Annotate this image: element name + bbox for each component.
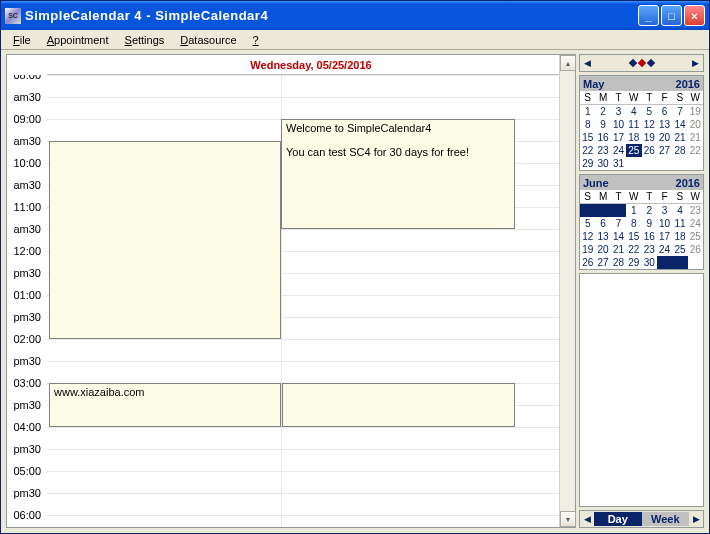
schedule-grid[interactable]: 08:00am3009:00am3010:00am3011:00am3012:0… [7, 75, 575, 527]
day-cell[interactable]: 4 [672, 204, 687, 217]
day-cell[interactable]: 25 [626, 144, 641, 157]
titlebar[interactable]: SC SimpleCalendar 4 - SimpleCalendar4 _ … [1, 1, 709, 30]
menu-settings[interactable]: Settings [117, 32, 173, 48]
day-cell[interactable]: 22 [626, 243, 641, 256]
day-cell[interactable]: 14 [611, 230, 626, 243]
day-cell [672, 256, 687, 269]
day-cell[interactable]: 31 [611, 157, 626, 170]
nav-next-icon[interactable]: ▶ [692, 58, 699, 68]
day-cell[interactable]: 26 [688, 243, 703, 256]
day-cell[interactable]: 12 [642, 118, 657, 131]
day-cell[interactable]: 18 [672, 230, 687, 243]
day-cell[interactable]: 26 [642, 144, 657, 157]
day-cell[interactable]: 2 [595, 105, 610, 118]
day-cell[interactable]: 28 [672, 144, 687, 157]
menu-appointment[interactable]: Appointment [39, 32, 117, 48]
day-cell[interactable]: 2 [642, 204, 657, 217]
view-week-button[interactable]: Week [642, 512, 690, 526]
day-cell[interactable]: 16 [595, 131, 610, 144]
day-cell[interactable]: 26 [580, 256, 595, 269]
time-label: 06:00 [7, 509, 45, 521]
day-cell[interactable]: 23 [595, 144, 610, 157]
view-prev-icon[interactable]: ◀ [580, 514, 594, 524]
day-cell[interactable]: 19 [642, 131, 657, 144]
day-cell[interactable]: 17 [611, 131, 626, 144]
day-cell[interactable]: 5 [642, 105, 657, 118]
view-next-icon[interactable]: ▶ [689, 514, 703, 524]
day-cell[interactable]: 22 [688, 144, 703, 157]
day-cell[interactable]: 27 [595, 256, 610, 269]
day-cell[interactable]: 25 [672, 243, 687, 256]
day-cell[interactable]: 9 [642, 217, 657, 230]
event-welcome[interactable]: Welcome to SimpleCalendar4You can test S… [281, 119, 515, 229]
day-cell[interactable]: 17 [657, 230, 672, 243]
day-cell[interactable]: 8 [580, 118, 595, 131]
day-cell[interactable]: 21 [672, 131, 687, 144]
close-button[interactable]: × [684, 5, 705, 26]
day-cell[interactable]: 15 [580, 131, 595, 144]
day-cell[interactable]: 19 [580, 243, 595, 256]
day-cell[interactable]: 29 [580, 157, 595, 170]
day-cell[interactable]: 29 [626, 256, 641, 269]
day-cell[interactable]: 9 [595, 118, 610, 131]
day-cell[interactable]: 7 [672, 105, 687, 118]
day-cell[interactable]: 13 [657, 118, 672, 131]
day-cell[interactable]: 28 [611, 256, 626, 269]
event-url[interactable]: www.xiazaiba.com [49, 383, 281, 427]
dow-label: W [626, 190, 641, 203]
event-blank[interactable] [49, 141, 281, 339]
day-cell[interactable]: 10 [657, 217, 672, 230]
scroll-down-button[interactable]: ▾ [560, 511, 576, 527]
day-cell[interactable]: 21 [611, 243, 626, 256]
day-cell[interactable]: 12 [580, 230, 595, 243]
day-cell[interactable]: 22 [580, 144, 595, 157]
day-cell[interactable]: 15 [626, 230, 641, 243]
day-cell[interactable]: 6 [595, 217, 610, 230]
scroll-up-button[interactable]: ▴ [560, 55, 576, 71]
view-day-button[interactable]: Day [594, 512, 642, 526]
day-cell[interactable]: 3 [657, 204, 672, 217]
menu-datasource[interactable]: Datasource [172, 32, 244, 48]
day-cell[interactable]: 24 [611, 144, 626, 157]
day-cell[interactable]: 18 [626, 131, 641, 144]
time-label: pm30 [7, 399, 45, 411]
day-cell[interactable]: 21 [688, 131, 703, 144]
day-cell[interactable]: 10 [611, 118, 626, 131]
day-cell[interactable]: 16 [642, 230, 657, 243]
day-cell[interactable]: 25 [688, 230, 703, 243]
day-cell[interactable]: 20 [657, 131, 672, 144]
day-cell[interactable]: 11 [626, 118, 641, 131]
nav-prev-icon[interactable]: ◀ [584, 58, 591, 68]
menu-help[interactable]: ? [245, 32, 267, 48]
mini-calendar-may[interactable]: May2016SMTWTFSW1234567198910111213142015… [579, 75, 704, 171]
day-cell[interactable]: 6 [657, 105, 672, 118]
day-cell[interactable]: 1 [580, 105, 595, 118]
day-cell[interactable]: 20 [688, 118, 703, 131]
event-empty[interactable] [282, 383, 515, 427]
day-cell[interactable]: 20 [595, 243, 610, 256]
mini-calendar-june[interactable]: June2016SMTWTFSW123423567891011241213141… [579, 174, 704, 270]
day-cell[interactable]: 27 [657, 144, 672, 157]
day-cell[interactable]: 8 [626, 217, 641, 230]
menu-file[interactable]: File [5, 32, 39, 48]
day-cell[interactable]: 23 [688, 204, 703, 217]
day-cell[interactable]: 4 [626, 105, 641, 118]
day-cell[interactable]: 5 [580, 217, 595, 230]
event-text: www.xiazaiba.com [54, 386, 144, 398]
day-cell[interactable]: 1 [626, 204, 641, 217]
day-cell[interactable]: 7 [611, 217, 626, 230]
day-cell[interactable]: 11 [672, 217, 687, 230]
maximize-button[interactable]: □ [661, 5, 682, 26]
day-cell[interactable]: 30 [595, 157, 610, 170]
day-cell[interactable]: 19 [688, 105, 703, 118]
day-cell[interactable]: 24 [657, 243, 672, 256]
day-cell[interactable]: 30 [642, 256, 657, 269]
minimize-button[interactable]: _ [638, 5, 659, 26]
scrollbar[interactable]: ▴ ▾ [559, 55, 575, 527]
day-cell[interactable]: 13 [595, 230, 610, 243]
day-cell[interactable]: 23 [642, 243, 657, 256]
day-cell[interactable]: 3 [611, 105, 626, 118]
day-cell[interactable]: 14 [672, 118, 687, 131]
nav-diamonds[interactable] [630, 60, 654, 66]
day-cell[interactable]: 24 [688, 217, 703, 230]
